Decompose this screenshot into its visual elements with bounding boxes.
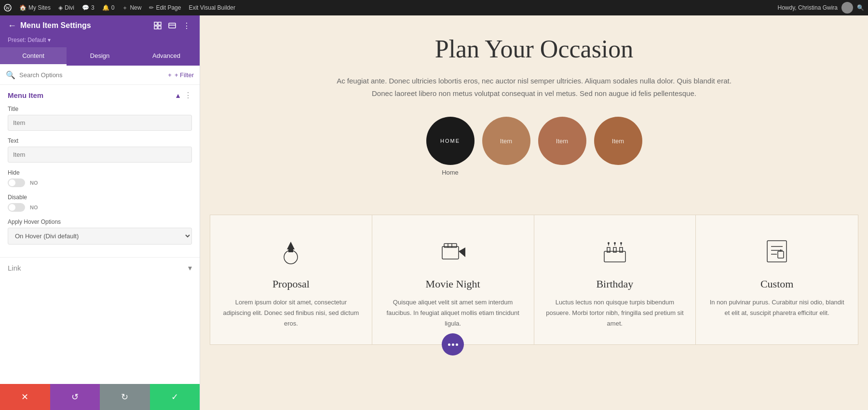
undo-button[interactable]: ↺: [50, 384, 100, 410]
custom-desc: In non pulvinar purus. Curabitur nisi od…: [707, 297, 846, 318]
svg-rect-4: [154, 26, 157, 29]
more-icon[interactable]: ⋮: [181, 20, 192, 31]
edit-page-btn[interactable]: ✏ Edit Page: [149, 4, 181, 11]
proposal-title: Proposal: [222, 278, 360, 290]
section-title: Menu Item: [8, 91, 43, 99]
new-menu[interactable]: ＋ New: [122, 4, 141, 12]
disable-toggle-row: NO: [8, 203, 192, 212]
search-icon[interactable]: 🔍: [857, 4, 864, 11]
home-circle-label: HOME: [440, 138, 460, 144]
svg-point-8: [284, 250, 298, 264]
hover-options-label: Apply Hover Options: [8, 219, 192, 225]
panel-title: Menu Item Settings: [20, 21, 149, 30]
wp-logo[interactable]: W: [4, 4, 12, 12]
svg-point-25: [620, 242, 622, 244]
title-input[interactable]: [8, 115, 192, 131]
fab-dots: [448, 343, 458, 346]
my-sites-label: My Sites: [28, 4, 51, 11]
page-title: Plan Your Occasion: [327, 35, 742, 63]
alert-icon: 🔔: [102, 4, 109, 11]
text-input[interactable]: [8, 147, 192, 163]
svg-rect-2: [154, 22, 157, 25]
tab-advanced[interactable]: Advanced: [133, 47, 200, 66]
comments-menu[interactable]: 💬 3: [82, 4, 95, 11]
service-card-custom: Custom In non pulvinar purus. Curabitur …: [696, 215, 858, 344]
circle-3-label: Item: [612, 137, 624, 145]
save-button[interactable]: ✓: [150, 384, 200, 410]
page-inner: Plan Your Occasion Ac feugiat ante. Done…: [317, 15, 751, 215]
divi-menu[interactable]: ◈ Divi: [58, 4, 74, 11]
title-field-group: Title: [8, 106, 192, 131]
divi-icon: ◈: [58, 4, 63, 11]
disable-toggle[interactable]: [8, 203, 25, 212]
exit-builder-label: Exit Visual Builder: [189, 4, 235, 11]
main-layout: ← Menu Item Settings ⋮: [0, 15, 868, 410]
alerts-count: 0: [111, 4, 115, 11]
new-label: New: [130, 4, 141, 11]
filter-button[interactable]: + + Filter: [168, 71, 194, 79]
edit-icon: ✏: [149, 4, 154, 11]
cancel-button[interactable]: ✕: [0, 384, 50, 410]
menu-circle-home[interactable]: HOME: [426, 117, 475, 165]
user-info: Howdy, Christina Gwira 🔍: [778, 2, 864, 14]
alerts-menu[interactable]: 🔔 0: [102, 4, 115, 11]
dot-2: [452, 343, 454, 346]
movie-title: Movie Night: [384, 278, 522, 290]
text-label: Text: [8, 137, 192, 144]
circle-1-label: Item: [500, 137, 512, 145]
fab-action-button[interactable]: [442, 333, 464, 355]
menu-circle-home-item: HOME Home: [426, 117, 475, 176]
section-more-button[interactable]: ⋮: [184, 91, 192, 100]
edit-page-label: Edit Page: [156, 4, 181, 11]
menu-circle-2[interactable]: Item: [538, 117, 586, 165]
proposal-icon: [274, 234, 308, 268]
menu-item-section: Menu Item ▲ ⋮ Title Text Hide: [0, 85, 200, 257]
comments-count: 3: [91, 4, 95, 11]
disable-field-group: Disable NO: [8, 194, 192, 212]
section-header: Menu Item ▲ ⋮: [8, 91, 192, 100]
hover-options-field-group: Apply Hover Options On Hover (Divi defau…: [8, 219, 192, 245]
panel-header: ← Menu Item Settings ⋮: [0, 15, 200, 36]
search-bar: 🔍 + + Filter: [0, 66, 200, 85]
action-buttons: ✕ ↺ ↻ ✓: [0, 384, 200, 410]
hide-toggle-value: NO: [30, 180, 38, 186]
layout-icon[interactable]: [167, 20, 177, 31]
hover-options-select[interactable]: On Hover (Divi default) Always Never: [8, 228, 192, 245]
menu-circle-3[interactable]: Item: [594, 117, 642, 165]
undo-icon: ↺: [71, 392, 79, 402]
birthday-desc: Luctus lectus non quisque turpis bibendu…: [546, 297, 684, 329]
preset-selector[interactable]: Preset: Default ▾: [0, 36, 200, 47]
exit-builder-btn[interactable]: Exit Visual Builder: [189, 4, 235, 11]
svg-rect-10: [288, 249, 293, 252]
tab-content[interactable]: Content: [0, 47, 67, 66]
text-field-group: Text: [8, 137, 192, 163]
svg-point-24: [614, 242, 616, 244]
menu-circle-1[interactable]: Item: [482, 117, 530, 165]
redo-icon: ↻: [121, 392, 128, 402]
link-header[interactable]: Link ▾: [8, 263, 192, 273]
search-input[interactable]: [19, 71, 164, 79]
collapse-button[interactable]: ▲: [175, 92, 181, 99]
section-controls: ▲ ⋮: [175, 91, 192, 100]
services-grid: Proposal Lorem ipsum dolor sit amet, con…: [210, 215, 858, 345]
redo-button[interactable]: ↻: [100, 384, 150, 410]
menu-circle-item3: Item: [594, 117, 642, 165]
divi-label: Divi: [65, 4, 74, 11]
back-button[interactable]: ←: [8, 21, 16, 31]
preset-label: Preset: Default: [8, 37, 46, 43]
grid-icon[interactable]: [152, 20, 163, 31]
svg-text:W: W: [5, 5, 10, 11]
hide-toggle[interactable]: [8, 178, 25, 187]
disable-label: Disable: [8, 194, 192, 201]
svg-rect-13: [444, 244, 457, 247]
search-icon: 🔍: [6, 70, 15, 80]
my-sites-menu[interactable]: 🏠 My Sites: [19, 4, 51, 11]
tab-design[interactable]: Design: [67, 47, 133, 66]
dot-1: [448, 343, 450, 346]
hide-field-group: Hide NO: [8, 169, 192, 187]
page-preview: Plan Your Occasion Ac feugiat ante. Done…: [200, 15, 868, 410]
service-card-birthday: Birthday Luctus lectus non quisque turpi…: [534, 215, 696, 344]
svg-rect-11: [442, 246, 459, 259]
hide-toggle-row: NO: [8, 178, 192, 187]
svg-marker-12: [459, 247, 465, 257]
